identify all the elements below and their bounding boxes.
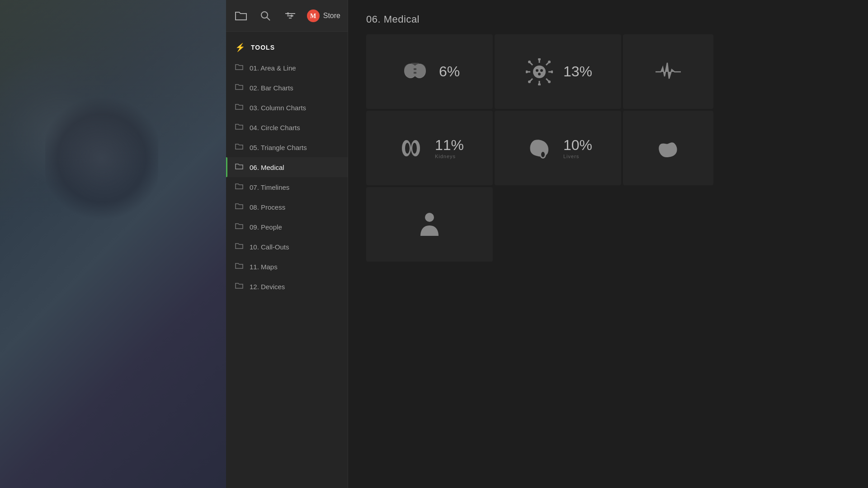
svg-point-0: [261, 12, 268, 18]
sidebar-item-10[interactable]: 10. Call-Outs: [226, 237, 348, 257]
liver-sublabel: Livers: [563, 154, 592, 159]
liver-value: 10%: [563, 137, 592, 154]
svg-point-31: [540, 69, 543, 72]
folder-icon-03: [235, 103, 243, 112]
person-icon: [414, 209, 445, 240]
svg-point-30: [536, 69, 538, 72]
folder-icon-07: [235, 183, 243, 192]
card-stomach[interactable]: [623, 111, 713, 185]
sidebar-label-10: 10. Call-Outs: [250, 243, 289, 251]
card-person[interactable]: [366, 187, 493, 262]
sidebar-item-04[interactable]: 04. Circle Charts: [226, 117, 348, 137]
svg-point-27: [548, 80, 551, 83]
sidebar-item-06[interactable]: 06. Medical: [226, 157, 348, 177]
folder-icon-06: [235, 163, 243, 172]
virus-value: 13%: [563, 63, 592, 80]
sidebar-label-01: 01. Area & Line: [250, 64, 296, 72]
stomach-icon: [652, 132, 684, 164]
sidebar-item-12[interactable]: 12. Devices: [226, 277, 348, 296]
sidebar-item-03[interactable]: 03. Column Charts: [226, 98, 348, 117]
sidebar-item-01[interactable]: 01. Area & Line: [226, 58, 348, 78]
sidebar-label-06: 06. Medical: [250, 164, 284, 171]
sidebar-label-07: 07. Timelines: [250, 183, 289, 191]
search-icon[interactable]: [258, 8, 273, 24]
store-monogram: M: [307, 9, 320, 22]
svg-point-28: [548, 61, 551, 63]
brain-icon: [399, 56, 431, 88]
svg-point-38: [541, 152, 545, 157]
sidebar-label-11: 11. Maps: [250, 263, 278, 271]
sidebar-item-09[interactable]: 09. People: [226, 217, 348, 237]
card-heartrate[interactable]: [623, 34, 713, 109]
svg-point-23: [538, 83, 541, 85]
svg-point-36: [412, 143, 417, 154]
card-brain[interactable]: 6%: [366, 34, 493, 109]
folder-icon-04: [235, 123, 243, 132]
sidebar-label-04: 04. Circle Charts: [250, 124, 300, 131]
sidebar-label-05: 05. Triangle Charts: [250, 144, 307, 151]
store-label: Store: [323, 12, 340, 20]
svg-point-6: [290, 14, 292, 17]
folder-icon-05: [235, 143, 243, 152]
sidebar-label-08: 08. Process: [250, 203, 285, 211]
svg-point-5: [287, 12, 289, 14]
folder-icon[interactable]: [233, 8, 249, 24]
sidebar-item-05[interactable]: 05. Triangle Charts: [226, 137, 348, 157]
svg-point-32: [538, 73, 541, 75]
left-image-panel: [0, 0, 226, 488]
sidebar-label-03: 03. Column Charts: [250, 104, 306, 112]
brain-value: 6%: [439, 63, 460, 80]
card-liver[interactable]: 10% Livers: [495, 111, 621, 185]
liver-icon: [524, 132, 555, 164]
svg-point-35: [405, 143, 410, 154]
svg-line-1: [267, 17, 270, 20]
sidebar-label-12: 12. Devices: [250, 283, 285, 291]
folder-icon-09: [235, 222, 243, 231]
svg-point-13: [533, 66, 546, 78]
sidebar-item-07[interactable]: 07. Timelines: [226, 177, 348, 197]
tools-header: ⚡ TOOLS: [226, 39, 348, 58]
card-kidney[interactable]: 11% Kidneys: [366, 111, 493, 185]
svg-point-24: [526, 70, 528, 73]
svg-point-26: [528, 61, 531, 63]
svg-text:M: M: [310, 13, 316, 19]
lightning-icon: ⚡: [235, 42, 245, 52]
folder-icon-02: [235, 83, 243, 92]
kidney-icon: [395, 132, 427, 164]
sidebar-item-02[interactable]: 02. Bar Charts: [226, 78, 348, 98]
sidebar-item-08[interactable]: 08. Process: [226, 197, 348, 217]
sidebar-label-09: 09. People: [250, 223, 282, 231]
kidney-sublabel: Kidneys: [435, 154, 464, 159]
folder-icon-11: [235, 262, 243, 271]
svg-point-29: [528, 80, 531, 83]
toolbar: M Store: [226, 0, 348, 32]
folder-icon-10: [235, 242, 243, 251]
nav-section: ⚡ TOOLS 01. Area & Line 02. Bar Charts: [226, 32, 348, 300]
heartrate-icon: [652, 56, 684, 88]
card-virus[interactable]: 13%: [495, 34, 621, 109]
svg-point-25: [551, 70, 553, 73]
sidebar: M Store ⚡ TOOLS 01. Area & Line: [226, 0, 348, 488]
svg-point-22: [538, 58, 541, 61]
main-content: 06. Medical 6: [348, 0, 868, 488]
folder-icon-01: [235, 63, 243, 72]
sidebar-label-02: 02. Bar Charts: [250, 84, 293, 92]
folder-icon-12: [235, 282, 243, 291]
sidebar-item-11[interactable]: 11. Maps: [226, 257, 348, 277]
svg-point-39: [425, 213, 434, 222]
tools-label: TOOLS: [251, 44, 275, 51]
filter-icon[interactable]: [283, 8, 298, 24]
folder-icon-08: [235, 202, 243, 211]
virus-icon: [524, 56, 555, 88]
kidney-value: 11%: [435, 137, 464, 154]
section-title: 06. Medical: [348, 0, 868, 34]
store-button[interactable]: M Store: [307, 9, 340, 22]
